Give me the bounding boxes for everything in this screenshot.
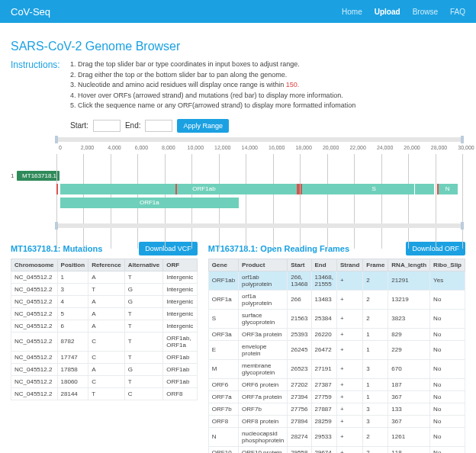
table-row[interactable]: ORF1aborf1ab polyprotein266, 1346813468,… xyxy=(208,271,465,290)
col-header: Ribo_Slip xyxy=(430,259,465,271)
col-header: RNA_length xyxy=(388,259,430,271)
col-header: Gene xyxy=(208,259,238,271)
orf-ORF1ab[interactable]: ORF1ab xyxy=(60,184,349,194)
table-row[interactable]: ORF7bORF7b2775627887+3133No xyxy=(208,403,465,415)
table-row[interactable]: ORF8ORF8 protein2789428259+3367No xyxy=(208,415,465,427)
col-header: Reference xyxy=(88,259,125,271)
col-header: Frame xyxy=(363,259,388,271)
ruler: 02,0004,0006,0008,00010,00012,00014,0001… xyxy=(56,143,462,168)
download-vcf-button[interactable]: Download VCF xyxy=(139,242,198,255)
mutation-mark[interactable] xyxy=(301,184,302,194)
sequence-label[interactable]: MT163718.1 xyxy=(17,171,60,181)
nav-home[interactable]: Home xyxy=(342,8,362,16)
orf-unnamed[interactable] xyxy=(400,184,411,194)
mutations-panel: MT163718.1: Mutations Download VCF Chrom… xyxy=(11,242,198,454)
table-row[interactable]: ORF10ORF10 protein2955829674+2118No xyxy=(208,446,465,453)
table-row[interactable]: NC_045512.228144TCORF8 xyxy=(11,387,198,400)
table-row[interactable]: ORF3aORF3a protein2539326220+1829No xyxy=(208,328,465,340)
orf-unnamed[interactable] xyxy=(415,184,424,194)
start-input[interactable] xyxy=(93,120,121,132)
table-row[interactable]: ORF1aorf1a polyprotein26613483+213219No xyxy=(208,290,465,309)
col-header: End xyxy=(311,259,336,271)
orf-unnamed[interactable] xyxy=(427,184,434,194)
mutations-table: ChromosomePositionReferenceAlternativeOR… xyxy=(11,259,198,400)
table-row[interactable]: Ssurface glycoprotein2156325384+23823No xyxy=(208,309,465,328)
brand[interactable]: CoV-Seq xyxy=(11,6,50,18)
table-row[interactable]: NC_045512.26ATIntergenic xyxy=(11,320,198,332)
page-title: SARS-CoV-2 Genome Browser xyxy=(11,40,465,53)
orf-N[interactable]: N xyxy=(439,184,455,194)
col-header: ORF xyxy=(163,259,198,271)
orf-unnamed[interactable] xyxy=(456,184,458,194)
table-row[interactable]: NC_045512.217747CTORF1ab xyxy=(11,351,198,363)
col-header: Product xyxy=(239,259,288,271)
orf-ORF1a[interactable]: ORF1a xyxy=(60,198,239,208)
top-slider[interactable] xyxy=(56,137,462,142)
col-header: Chromosome xyxy=(11,259,58,271)
mutation-mark[interactable] xyxy=(437,184,439,194)
table-row[interactable]: NC_045512.28782CTORF1ab, ORF1a xyxy=(11,332,198,351)
col-header: Strand xyxy=(336,259,362,271)
table-row[interactable]: NC_045512.23TGIntergenic xyxy=(11,283,198,295)
end-label: End: xyxy=(125,121,141,130)
bottom-slider[interactable] xyxy=(56,223,462,228)
orf-title: MT163718.1: Open Reading Frames xyxy=(208,244,349,253)
col-header: Alternative xyxy=(124,259,162,271)
mutation-mark[interactable] xyxy=(56,184,58,194)
table-row[interactable]: ORF7aORF7a protein2739427759+1367No xyxy=(208,390,465,403)
table-row[interactable]: NC_045512.218060CTORF1ab xyxy=(11,375,198,387)
orf-track: ORF1abSNORF1a xyxy=(56,184,462,214)
orf-panel: MT163718.1: Open Reading Frames Download… xyxy=(208,242,465,454)
nav-browse[interactable]: Browse xyxy=(413,8,438,16)
table-row[interactable]: NC_045512.217858AGORF1ab xyxy=(11,363,198,375)
mutation-mark[interactable] xyxy=(175,184,177,194)
start-label: Start: xyxy=(70,121,88,130)
col-header: Position xyxy=(57,259,88,271)
table-row[interactable]: Eenvelope protein2624526472+1229No xyxy=(208,340,465,359)
nav-faq[interactable]: FAQ xyxy=(450,8,465,16)
orf-unnamed[interactable] xyxy=(411,184,414,194)
orf-table: GeneProductStartEndStrandFrameRNA_length… xyxy=(208,259,465,454)
orf-S[interactable]: S xyxy=(348,184,400,194)
navbar: CoV-Seq HomeUploadBrowseFAQ xyxy=(0,0,476,23)
table-row[interactable]: ORF6ORF6 protein2720227387+1187No xyxy=(208,378,465,390)
col-header: Start xyxy=(288,259,311,271)
instructions-label: Instructions: xyxy=(11,59,70,111)
table-row[interactable]: NC_045512.21ATIntergenic xyxy=(11,271,198,283)
instructions-list: 1. Drag the top slider bar or type coord… xyxy=(70,59,355,111)
end-input[interactable] xyxy=(145,120,172,132)
table-row[interactable]: NC_045512.24AGIntergenic xyxy=(11,295,198,307)
apply-range-button[interactable]: Apply Range xyxy=(177,119,229,133)
mutation-mark[interactable] xyxy=(298,184,300,194)
table-row[interactable]: NC_045512.25ATIntergenic xyxy=(11,307,198,320)
table-row[interactable]: Nnucleocapsid phosphoprotein2827429533+2… xyxy=(208,427,465,446)
table-row[interactable]: Mmembrane glycoprotein2652327191+3670No xyxy=(208,359,465,378)
nav-upload[interactable]: Upload xyxy=(375,8,400,16)
seq-index: 1 xyxy=(11,172,15,179)
